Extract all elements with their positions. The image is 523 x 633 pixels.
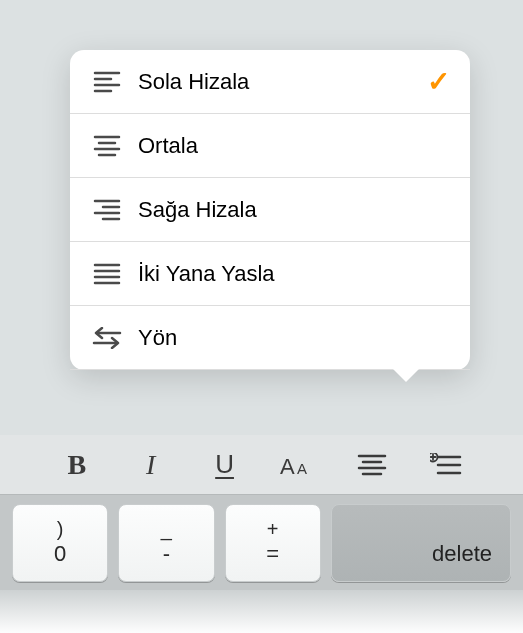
bold-button[interactable]: B [53,441,101,489]
format-toolbar: B I U AA [0,435,523,495]
key-upper-label: _ [161,517,172,541]
keyboard-row: ) 0 _ - + = delete [0,495,523,590]
key-underscore-minus[interactable]: _ - [118,504,214,582]
key-lower-label: = [266,541,279,567]
menu-item-label: Sağa Hizala [138,197,450,223]
menu-item-label: Sola Hizala [138,69,427,95]
menu-item-direction[interactable]: Yön [70,306,470,370]
paragraph-align-button[interactable] [348,441,396,489]
menu-item-align-justify[interactable]: İki Yana Yasla [70,242,470,306]
font-size-button[interactable]: AA [274,441,322,489]
fade-overlay [0,590,523,633]
popover-tail [392,368,420,382]
menu-item-label: Ortala [138,133,450,159]
menu-item-align-left[interactable]: Sola Hizala ✓ [70,50,470,114]
key-upper-label: + [267,517,279,541]
menu-item-label: Yön [138,325,450,351]
key-delete-label: delete [432,541,492,567]
key-upper-label: ) [57,517,64,541]
insert-button[interactable] [422,441,470,489]
underline-button[interactable]: U [201,441,249,489]
alignment-popover: Sola Hizala ✓ Ortala Sağa Hizala İki Yan… [70,50,470,370]
menu-item-align-right[interactable]: Sağa Hizala [70,178,470,242]
menu-item-label: İki Yana Yasla [138,261,450,287]
align-right-icon [90,199,124,221]
checkmark-icon: ✓ [427,65,450,98]
menu-item-align-center[interactable]: Ortala [70,114,470,178]
direction-icon [90,327,124,349]
svg-text:A: A [297,460,307,477]
italic-button[interactable]: I [127,441,175,489]
key-plus-equals[interactable]: + = [225,504,321,582]
svg-text:A: A [280,454,295,478]
key-paren-0[interactable]: ) 0 [12,504,108,582]
align-justify-icon [90,263,124,285]
align-center-icon [90,135,124,157]
align-left-icon [90,71,124,93]
key-delete[interactable]: delete [331,504,511,582]
key-lower-label: 0 [54,541,66,567]
key-lower-label: - [163,541,170,567]
